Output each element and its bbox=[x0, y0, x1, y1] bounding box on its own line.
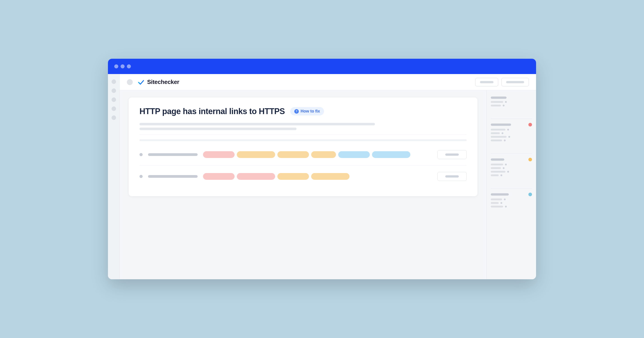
question-icon: ? bbox=[294, 109, 299, 114]
right-sidebar bbox=[486, 90, 536, 279]
nav-dot-1 bbox=[112, 79, 116, 84]
header-btn-bar-1 bbox=[480, 81, 494, 83]
page-heading-row: HTTP page has internal links to HTTPS ? … bbox=[140, 106, 467, 116]
browser-dot-1 bbox=[114, 64, 118, 68]
table-row-2 bbox=[140, 166, 467, 187]
desc-bar-1 bbox=[140, 123, 375, 125]
row-action-button-1[interactable] bbox=[437, 150, 467, 159]
sidebar-sub-bar-4b bbox=[491, 202, 499, 204]
description-bars bbox=[140, 123, 467, 130]
logo-area: Sitechecker bbox=[137, 78, 471, 86]
tag-blue-2 bbox=[372, 151, 410, 158]
sidebar-label-1 bbox=[491, 97, 506, 99]
nav-dot-2 bbox=[112, 88, 116, 93]
tag-blue-1 bbox=[338, 151, 370, 158]
sidebar-mini-dot-4a bbox=[504, 198, 506, 200]
sidebar-mini-dot-3b bbox=[503, 167, 504, 169]
sidebar-mini-dot-1b bbox=[503, 105, 504, 106]
row-icon-1 bbox=[140, 153, 143, 156]
sidebar-sub-row-3a bbox=[491, 164, 532, 166]
sidebar-sub-row-2b bbox=[491, 132, 532, 134]
tags-row-1a bbox=[203, 151, 275, 158]
sidebar-status-red bbox=[528, 123, 532, 127]
separator-2 bbox=[140, 139, 467, 141]
sidebar-section-1 bbox=[491, 97, 532, 108]
separator-1 bbox=[140, 135, 467, 135]
logo-text: Sitechecker bbox=[147, 79, 179, 86]
how-to-fix-text: How to fix bbox=[300, 109, 320, 114]
sidebar-sub-bar-2c bbox=[491, 136, 506, 138]
sidebar-divider-1 bbox=[491, 119, 532, 119]
sidebar-divider-2 bbox=[491, 154, 532, 154]
page-title: HTTP page has internal links to HTTPS bbox=[140, 106, 285, 116]
sidebar-sub-row-4b bbox=[491, 202, 532, 204]
sidebar-mini-dot-4c bbox=[505, 206, 507, 207]
sidebar-mini-dot-4b bbox=[500, 202, 502, 204]
sidebar-sub-bar-1b bbox=[491, 105, 501, 106]
sidebar-sub-rows-3 bbox=[491, 164, 532, 176]
main-content: Sitechecker bbox=[120, 74, 536, 279]
tags-row-2b bbox=[278, 173, 350, 180]
sidebar-mini-dot-1a bbox=[505, 101, 507, 103]
how-to-fix-badge[interactable]: ? How to fix bbox=[290, 107, 324, 115]
sidebar-sub-row-3d bbox=[491, 174, 532, 176]
sidebar-mini-dot-2b bbox=[502, 132, 504, 134]
sidebar-status-blue bbox=[528, 193, 532, 196]
sidebar-sub-bar-2d bbox=[491, 140, 502, 141]
top-header: Sitechecker bbox=[120, 74, 536, 90]
browser-titlebar bbox=[108, 59, 536, 74]
header-button-2[interactable] bbox=[501, 78, 529, 86]
main-panel: HTTP page has internal links to HTTPS ? … bbox=[120, 90, 486, 279]
sidebar-sub-row-4a bbox=[491, 198, 532, 200]
tag-orange-3 bbox=[311, 151, 336, 158]
nav-dot-5 bbox=[112, 115, 116, 120]
nav-dot-3 bbox=[112, 97, 116, 102]
browser-body: Sitechecker bbox=[108, 74, 536, 279]
header-button-1[interactable] bbox=[475, 78, 498, 86]
sidebar-mini-dot-2a bbox=[507, 129, 509, 131]
sidebar-mini-dot-3d bbox=[500, 174, 502, 176]
tag-orange-2 bbox=[278, 151, 309, 158]
sidebar-mini-dot-2c bbox=[508, 136, 510, 138]
row-tags-2 bbox=[203, 173, 432, 180]
sidebar-label-3 bbox=[491, 159, 504, 161]
sidebar-sub-bar-1a bbox=[491, 101, 503, 103]
sidebar-row-1 bbox=[491, 97, 532, 99]
content-card: HTTP page has internal links to HTTPS ? … bbox=[129, 97, 478, 196]
sidebar-sub-row-2d bbox=[491, 140, 532, 141]
sidebar-row-3 bbox=[491, 158, 532, 161]
content-scroll: HTTP page has internal links to HTTPS ? … bbox=[120, 90, 536, 279]
row-action-button-2[interactable] bbox=[437, 172, 467, 181]
sidebar-sub-bar-4c bbox=[491, 206, 503, 207]
sidebar-sub-row-1a bbox=[491, 101, 532, 103]
sidebar-sub-bar-3c bbox=[491, 171, 506, 172]
browser-dot-3 bbox=[127, 64, 131, 68]
desc-bar-2 bbox=[140, 128, 296, 130]
action-btn-bar-2 bbox=[445, 175, 459, 177]
table-row-1 bbox=[140, 144, 467, 166]
header-circle bbox=[127, 79, 133, 85]
header-buttons bbox=[475, 78, 529, 86]
row-url-bar-2 bbox=[148, 175, 198, 178]
sidebar-mini-dot-3c bbox=[507, 171, 509, 172]
sidebar-sub-row-2c bbox=[491, 136, 532, 138]
sidebar-label-4 bbox=[491, 193, 509, 195]
sidebar-row-2 bbox=[491, 123, 532, 127]
sidebar-sub-bar-3b bbox=[491, 167, 501, 169]
sidebar-section-2 bbox=[491, 123, 532, 143]
sidebar-status-orange bbox=[528, 158, 532, 161]
tags-row-2a bbox=[203, 173, 275, 180]
sidebar-sub-row-3c bbox=[491, 171, 532, 172]
tag-orange-4 bbox=[278, 173, 309, 180]
sidebar-sub-row-1b bbox=[491, 105, 532, 106]
nav-dot-4 bbox=[112, 106, 116, 111]
sidebar-sub-row-4c bbox=[491, 206, 532, 207]
sidebar-mini-dot-3a bbox=[505, 164, 507, 166]
left-nav bbox=[108, 74, 120, 279]
row-icon-2 bbox=[140, 175, 143, 178]
tags-row-1b bbox=[278, 151, 370, 158]
browser-dot-2 bbox=[120, 64, 124, 68]
sidebar-sub-rows-1 bbox=[491, 101, 532, 106]
sidebar-sub-bar-4a bbox=[491, 198, 502, 200]
tag-pink-3 bbox=[237, 173, 275, 180]
